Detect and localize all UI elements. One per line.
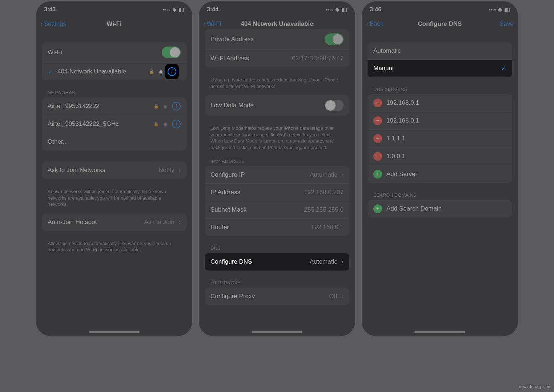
- ask-join-footer: Known networks will be joined automatica…: [42, 186, 186, 213]
- wifi-label: Wi-Fi: [48, 49, 62, 56]
- private-address-row[interactable]: Private Address: [205, 29, 349, 50]
- check-icon: ✓: [501, 64, 506, 72]
- status-time: 3:44: [207, 6, 218, 13]
- auto-join-footer: Allow this device to automatically disco…: [42, 238, 186, 259]
- home-indicator[interactable]: [252, 331, 302, 333]
- proxy-header: HTTP PROXY: [205, 278, 349, 288]
- private-address-label: Private Address: [210, 36, 254, 43]
- automatic-option-row[interactable]: Automatic: [368, 42, 512, 60]
- network-row[interactable]: Airtel_9953142222 🔒 ◉ i: [42, 97, 186, 115]
- dns-group: Configure DNS Automatic ›: [205, 253, 349, 271]
- back-button[interactable]: ‹ Settings: [40, 20, 66, 28]
- wifi-icon: ◈: [498, 7, 502, 12]
- cellular-icon: ▪▪▫▫: [326, 7, 333, 12]
- cellular-icon: ▪▪▫▫: [489, 7, 496, 12]
- chevron-right-icon: ›: [179, 167, 181, 173]
- wifi-signal-icon: ◉: [163, 121, 168, 127]
- nav-bar: ‹ Settings Wi-Fi: [36, 17, 192, 31]
- chevron-right-icon: ›: [179, 219, 181, 225]
- delete-icon[interactable]: −: [373, 152, 382, 161]
- wifi-address-label: Wi-Fi Address: [210, 55, 249, 62]
- add-icon[interactable]: +: [373, 170, 382, 179]
- configure-dns-row[interactable]: Configure DNS Automatic ›: [205, 253, 349, 271]
- home-indicator[interactable]: [89, 331, 140, 333]
- router-value: 192.168.0.1: [311, 224, 344, 231]
- dns-server-row[interactable]: − 1.1.1.1: [368, 130, 512, 148]
- chevron-right-icon: ›: [342, 259, 344, 265]
- wifi-signal-icon: ◉: [159, 69, 163, 75]
- screen-wifi-list: 3:43 ▪▪▫▫ ◈ ▮▯ ‹ Settings Wi-Fi Wi-Fi ✓ …: [36, 1, 192, 336]
- configure-dns-label: Configure DNS: [210, 258, 252, 265]
- wifi-address-row: Wi-Fi Address 62:17:BD:98:76:47: [205, 50, 349, 67]
- chevron-right-icon: ›: [342, 172, 344, 178]
- home-indicator[interactable]: [414, 331, 465, 333]
- network-row[interactable]: Airtel_9953142222_5GHz 🔒 ◉ i: [42, 115, 186, 133]
- manual-label: Manual: [373, 65, 394, 72]
- delete-icon[interactable]: −: [373, 99, 382, 107]
- info-icon[interactable]: i: [168, 67, 176, 76]
- dns-server-row[interactable]: − 192.168.0.1: [368, 112, 512, 130]
- other-label: Other...: [48, 138, 68, 145]
- back-label: Back: [370, 20, 384, 28]
- ip-address-value: 192.168.0.207: [304, 189, 344, 196]
- delete-icon[interactable]: −: [373, 116, 382, 125]
- manual-option-row[interactable]: Manual ✓: [368, 60, 512, 77]
- wifi-address-value: 62:17:BD:98:76:47: [292, 55, 344, 62]
- add-server-row[interactable]: + Add Server: [368, 165, 512, 183]
- dns-server-value: 1.0.0.1: [386, 153, 405, 160]
- configure-ip-value: Automatic: [310, 171, 337, 179]
- other-network-row[interactable]: Other...: [42, 133, 186, 151]
- ask-join-value: Notify: [158, 167, 174, 174]
- dns-server-row[interactable]: − 1.0.0.1: [368, 148, 512, 165]
- chevron-right-icon: ›: [342, 293, 344, 300]
- status-bar: 3:44 ▪▪▫▫ ◈ ▮▯: [199, 1, 355, 17]
- dns-servers-header: DNS SERVERS: [368, 84, 512, 94]
- wifi-signal-icon: ◉: [163, 103, 168, 109]
- low-data-toggle[interactable]: [325, 100, 344, 111]
- add-domain-label: Add Search Domain: [386, 205, 442, 212]
- low-data-group: Low Data Mode: [205, 95, 349, 116]
- ask-join-row[interactable]: Ask to Join Networks Notify ›: [42, 161, 186, 179]
- save-button[interactable]: Save: [499, 20, 514, 28]
- nav-title: Configure DNS: [418, 20, 462, 28]
- nav-bar: ‹ Back Configure DNS Save: [362, 17, 518, 31]
- wifi-toggle-row[interactable]: Wi-Fi: [42, 42, 186, 63]
- low-data-label: Low Data Mode: [210, 102, 254, 109]
- back-label: Settings: [44, 20, 66, 28]
- ask-join-label: Ask to Join Networks: [48, 167, 105, 174]
- nav-title: 404 Network Unavailable: [241, 20, 313, 28]
- dns-server-value: 192.168.0.1: [386, 99, 419, 107]
- dns-server-row[interactable]: − 192.168.0.1: [368, 94, 512, 112]
- status-icons: ▪▪▫▫ ◈ ▮▯: [489, 7, 510, 12]
- lock-icon: 🔒: [153, 104, 159, 109]
- low-data-row[interactable]: Low Data Mode: [205, 95, 349, 116]
- status-bar: 3:46 ▪▪▫▫ ◈ ▮▯: [362, 1, 518, 17]
- configure-proxy-row[interactable]: Configure Proxy Off ›: [205, 288, 349, 305]
- back-button[interactable]: ‹ Wi-Fi: [203, 20, 221, 28]
- configure-ip-row[interactable]: Configure IP Automatic ›: [205, 166, 349, 184]
- info-icon[interactable]: i: [172, 120, 181, 128]
- back-button[interactable]: ‹ Back: [366, 20, 383, 28]
- networks-header: NETWORKS: [42, 88, 186, 97]
- dns-server-value: 1.1.1.1: [386, 135, 405, 142]
- connected-network-row[interactable]: ✓ 404 Network Unavailable 🔒 ◉ i: [42, 63, 186, 80]
- ip-address-label: IP Address: [210, 189, 240, 196]
- auto-join-group: Auto-Join Hotspot Ask to Join ›: [42, 213, 186, 231]
- screen-network-details: 3:44 ▪▪▫▫ ◈ ▮▯ ‹ Wi-Fi 404 Network Unava…: [199, 1, 355, 336]
- info-icon[interactable]: i: [172, 102, 181, 111]
- delete-icon[interactable]: −: [373, 134, 382, 143]
- add-search-domain-row[interactable]: + Add Search Domain: [368, 200, 512, 217]
- cellular-icon: ▪▪▫▫: [163, 7, 170, 12]
- ask-join-group: Ask to Join Networks Notify ›: [42, 161, 186, 179]
- battery-icon: ▮▯: [178, 7, 184, 12]
- chevron-left-icon: ‹: [366, 20, 368, 28]
- wifi-toggle[interactable]: [162, 47, 181, 58]
- private-address-group: Private Address Wi-Fi Address 62:17:BD:9…: [205, 29, 349, 67]
- check-icon: ✓: [48, 68, 53, 76]
- status-icons: ▪▪▫▫ ◈ ▮▯: [163, 7, 184, 12]
- auto-join-row[interactable]: Auto-Join Hotspot Ask to Join ›: [42, 213, 186, 231]
- add-icon[interactable]: +: [373, 204, 382, 213]
- ipv4-group: Configure IP Automatic › IP Address 192.…: [205, 166, 349, 236]
- private-address-toggle[interactable]: [325, 33, 344, 45]
- configure-proxy-value: Off: [329, 293, 337, 300]
